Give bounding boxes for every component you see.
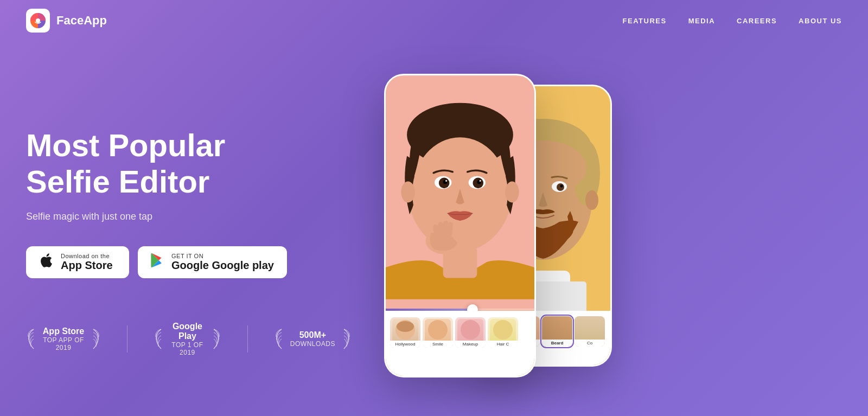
filter-thumb-beard-back: Beard	[542, 316, 572, 347]
phone-front-filters: Hollywood Smile Makeup	[386, 311, 534, 376]
svg-point-3	[36, 18, 40, 23]
front-filter-row: Hollywood Smile Makeup	[388, 315, 532, 350]
faceapp-logo-svg	[28, 11, 48, 30]
appstore-small-text: Download on the	[61, 253, 110, 259]
hero-title-line1: Most Popular	[26, 127, 225, 163]
svg-point-17	[560, 185, 563, 188]
phone-mockups: Hollywood Smile Beard Co	[352, 52, 842, 416]
hero-section: Most Popular Selfie Editor Selfie magic …	[0, 41, 868, 416]
svg-point-41	[397, 321, 414, 332]
laurel-right-icon	[91, 328, 101, 350]
downloads-laurel-right	[342, 328, 352, 350]
svg-point-38	[401, 181, 414, 202]
nav-link-about[interactable]: ABOUT US	[799, 17, 842, 25]
googleplay-award: Google Play TOP 1 OF 2019	[154, 322, 221, 356]
googleplay-small-text: GET IT ON	[171, 253, 203, 259]
svg-point-15	[557, 183, 564, 191]
hero-left: Most Popular Selfie Editor Selfie magic …	[26, 127, 352, 356]
downloads-award-sub: DOWNLOADS	[290, 340, 335, 348]
laurel-left-icon-3	[274, 328, 284, 350]
app-logo-icon	[26, 9, 50, 33]
laurel-right-icon-2	[212, 328, 221, 350]
nav-links: FEATURES MEDIA CAREERS ABOUT US	[623, 16, 842, 25]
appstore-award-main: App Store	[42, 327, 85, 336]
filter-label-makeup: Makeup	[455, 341, 486, 348]
nav-item-careers[interactable]: CAREERS	[737, 16, 777, 25]
svg-point-44	[493, 320, 513, 340]
app-name-text: FaceApp	[56, 14, 107, 28]
svg-point-39	[505, 181, 519, 202]
svg-point-42	[428, 320, 448, 340]
appstore-laurel-right	[91, 328, 101, 350]
nav-item-about[interactable]: ABOUT US	[799, 16, 842, 25]
award-divider-1	[127, 325, 127, 353]
laurel-right-icon-3	[342, 328, 352, 350]
nav-item-features[interactable]: FEATURES	[623, 16, 667, 25]
appstore-award: App Store TOP APP OF 2019	[26, 327, 101, 351]
svg-point-31	[445, 180, 447, 182]
hero-title-line2: Selfie Editor	[26, 164, 209, 199]
filter-label-hollywood: Hollywood	[390, 341, 420, 348]
googleplay-award-main: Google Play	[170, 322, 205, 341]
navbar: FaceApp FEATURES MEDIA CAREERS ABOUT US	[0, 0, 868, 41]
downloads-award-main: 500M+	[290, 330, 335, 340]
appstore-button[interactable]: Download on the App Store	[26, 246, 129, 278]
google-play-icon	[151, 253, 165, 272]
hero-subtitle: Selfie magic with just one tap	[26, 211, 352, 222]
phone-front-screen: Hollywood Smile Makeup	[386, 75, 534, 376]
appstore-text-group: Download on the App Store	[61, 253, 113, 271]
filter-thumb-hairc: Hair C	[488, 317, 518, 348]
appstore-award-text: App Store TOP APP OF 2019	[42, 327, 85, 351]
downloads-laurel-left	[274, 328, 284, 350]
googleplay-large-text: Google Google play	[171, 259, 274, 271]
nav-link-features[interactable]: FEATURES	[623, 17, 667, 25]
googleplay-button[interactable]: GET IT ON Google Google play	[138, 246, 287, 278]
logo-area: FaceApp	[26, 9, 623, 33]
googleplay-laurel-right	[212, 328, 221, 350]
googleplay-award-sub: TOP 1 OF 2019	[170, 341, 205, 356]
svg-point-32	[480, 180, 481, 182]
googleplay-text-group: GET IT ON Google Google play	[171, 253, 274, 271]
award-divider-2	[247, 325, 248, 353]
laurel-left-icon	[26, 328, 36, 350]
googleplay-laurel-left	[154, 328, 163, 350]
laurel-left-icon-2	[154, 328, 163, 350]
appstore-large-text: App Store	[61, 259, 113, 271]
filter-label-smile: Smile	[423, 341, 453, 348]
nav-item-media[interactable]: MEDIA	[688, 16, 715, 25]
awards-section: App Store TOP APP OF 2019	[26, 322, 352, 356]
googleplay-award-text: Google Play TOP 1 OF 2019	[170, 322, 205, 356]
svg-point-43	[461, 320, 480, 340]
filter-thumb-co-back: Co	[575, 316, 605, 347]
appstore-laurel-left	[26, 328, 36, 350]
filter-label-hairc: Hair C	[488, 341, 518, 348]
download-buttons: Download on the App Store GET IT ON Go	[26, 246, 352, 278]
hero-title: Most Popular Selfie Editor	[26, 127, 352, 200]
nav-link-media[interactable]: MEDIA	[688, 17, 715, 25]
filter-thumb-smile: Smile	[423, 317, 453, 348]
appstore-award-sub: TOP APP OF 2019	[42, 336, 85, 351]
apple-icon	[39, 253, 54, 272]
phone-mockup-front: Hollywood Smile Makeup	[384, 74, 536, 377]
filter-label-beard-back: Beard	[542, 340, 572, 347]
nav-link-careers[interactable]: CAREERS	[737, 17, 777, 25]
woman-face-svg	[386, 75, 534, 311]
filter-thumb-makeup: Makeup	[455, 317, 486, 348]
downloads-award: 500M+ DOWNLOADS	[274, 328, 352, 350]
downloads-award-text: 500M+ DOWNLOADS	[290, 330, 335, 348]
filter-thumb-hollywood: Hollywood	[390, 317, 420, 348]
filter-label-co-back: Co	[575, 340, 605, 347]
svg-point-19	[585, 190, 598, 210]
woman-face-image	[386, 75, 534, 311]
